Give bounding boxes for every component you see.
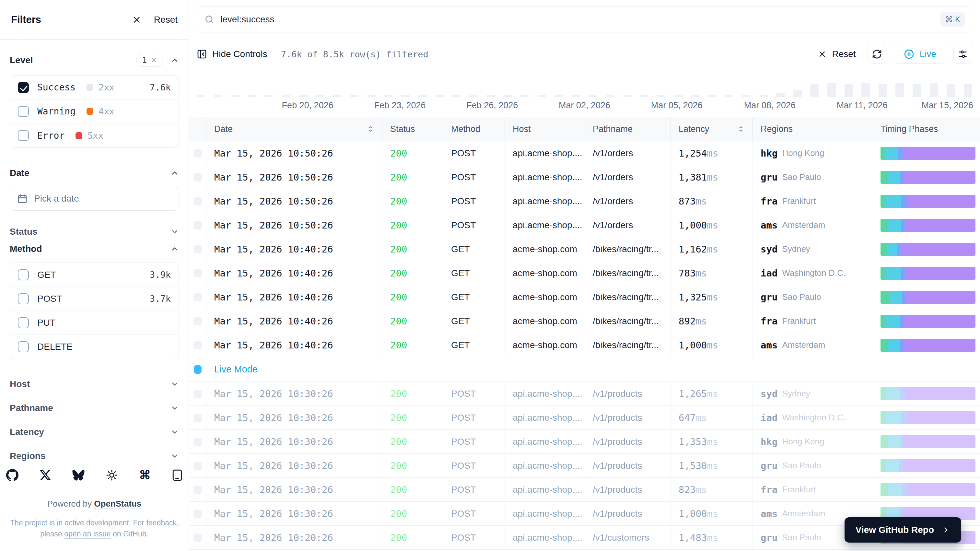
histogram-bar[interactable] xyxy=(896,83,904,97)
histogram-bar[interactable] xyxy=(299,95,307,97)
histogram-bar[interactable] xyxy=(384,95,393,97)
histogram-bar[interactable] xyxy=(759,95,768,97)
docs-icon[interactable] xyxy=(172,469,183,481)
row-checkbox[interactable] xyxy=(194,414,202,422)
histogram-bar[interactable] xyxy=(913,84,921,97)
table-row[interactable]: Mar 15, 2026 10:40:26200GETacme-shop.com… xyxy=(189,261,980,285)
delete-checkbox[interactable] xyxy=(18,341,29,352)
view-github-repo-button[interactable]: View GitHub Repo xyxy=(845,517,961,543)
table-row[interactable]: Mar 15, 2026 10:40:26200GETacme-shop.com… xyxy=(189,237,980,261)
histogram-bar[interactable] xyxy=(691,95,699,97)
pathname-section-header[interactable]: Pathname xyxy=(10,396,179,420)
column-header-regions[interactable]: Regions xyxy=(753,117,876,141)
live-mode-row[interactable]: Live Mode xyxy=(189,357,980,382)
histogram-bar[interactable] xyxy=(452,95,461,97)
histogram-bar[interactable] xyxy=(606,95,614,97)
host-section-header[interactable]: Host xyxy=(10,372,179,396)
histogram-bar[interactable] xyxy=(316,95,325,97)
row-checkbox[interactable] xyxy=(194,245,202,253)
histogram-bar[interactable] xyxy=(657,95,665,97)
level-option-error[interactable]: Error 5xx xyxy=(10,124,178,148)
histogram-bar[interactable] xyxy=(572,95,580,97)
filters-reset-button[interactable]: Reset xyxy=(154,14,178,25)
histogram-bar[interactable] xyxy=(520,95,529,97)
histogram-bar[interactable] xyxy=(265,95,273,97)
row-checkbox[interactable] xyxy=(194,197,202,205)
github-icon[interactable] xyxy=(6,469,19,481)
column-header-status[interactable]: Status xyxy=(382,117,443,141)
close-filters-icon[interactable] xyxy=(132,15,142,25)
histogram-bar[interactable] xyxy=(776,93,784,97)
histogram-bar[interactable] xyxy=(964,84,972,97)
row-checkbox[interactable] xyxy=(194,149,202,158)
row-checkbox[interactable] xyxy=(194,173,202,182)
histogram-bar[interactable] xyxy=(878,84,887,97)
row-checkbox[interactable] xyxy=(194,221,202,229)
method-option-post[interactable]: POST 3.7k xyxy=(10,287,178,311)
histogram-bar[interactable] xyxy=(214,95,222,97)
theme-sun-icon[interactable] xyxy=(106,469,118,481)
histogram-bar[interactable] xyxy=(367,95,375,97)
histogram-bar[interactable] xyxy=(674,95,682,97)
column-header-latency[interactable]: Latency xyxy=(671,117,753,141)
method-option-put[interactable]: PUT xyxy=(10,311,178,335)
hide-controls-button[interactable]: Hide Controls xyxy=(197,49,267,59)
error-checkbox[interactable] xyxy=(18,130,29,141)
latency-section-header[interactable]: Latency xyxy=(10,420,179,444)
row-checkbox[interactable] xyxy=(194,341,202,349)
date-picker-field[interactable]: Pick a date xyxy=(10,187,179,211)
view-settings-button[interactable] xyxy=(953,45,972,64)
column-header-timing[interactable]: Timing Phases xyxy=(876,117,980,141)
histogram-bar[interactable] xyxy=(435,95,444,97)
table-row[interactable]: Mar 15, 2026 10:30:26200POSTapi.acme-sho… xyxy=(189,430,980,454)
table-row[interactable]: Mar 15, 2026 10:50:26200POSTapi.acme-sho… xyxy=(189,165,980,189)
histogram-bar[interactable] xyxy=(947,84,955,97)
live-toggle-button[interactable]: Live xyxy=(895,45,945,64)
histogram-bar[interactable] xyxy=(708,95,716,97)
histogram-bar[interactable] xyxy=(282,95,290,97)
histogram-bar[interactable] xyxy=(640,95,648,97)
table-row[interactable]: Mar 15, 2026 10:40:26200GETacme-shop.com… xyxy=(189,333,980,357)
table-row[interactable]: Mar 15, 2026 10:40:26200GETacme-shop.com… xyxy=(189,309,980,333)
method-section-header[interactable]: Method xyxy=(10,244,179,254)
histogram-bar[interactable] xyxy=(504,95,512,97)
histogram-bar[interactable] xyxy=(589,95,597,97)
histogram-bar[interactable] xyxy=(333,95,342,97)
histogram-bar[interactable] xyxy=(350,95,358,97)
histogram-bar[interactable] xyxy=(793,90,802,97)
table-row[interactable]: Mar 15, 2026 10:30:26200POSTapi.acme-sho… xyxy=(189,454,980,478)
row-checkbox[interactable] xyxy=(194,438,202,446)
row-checkbox[interactable] xyxy=(194,533,202,542)
histogram-bar[interactable] xyxy=(845,84,853,97)
refresh-button[interactable] xyxy=(867,45,886,64)
row-checkbox[interactable] xyxy=(194,293,202,301)
table-row[interactable]: Mar 15, 2026 10:30:26200POSTapi.acme-sho… xyxy=(189,478,980,502)
histogram-bar[interactable] xyxy=(231,95,239,97)
warning-checkbox[interactable] xyxy=(18,106,29,117)
row-checkbox[interactable] xyxy=(194,486,202,494)
column-header-host[interactable]: Host xyxy=(505,117,585,141)
openstatus-link[interactable]: OpenStatus xyxy=(94,499,141,508)
table-row[interactable]: Mar 15, 2026 10:50:26200POSTapi.acme-sho… xyxy=(189,141,980,165)
reset-filters-button[interactable]: Reset xyxy=(818,49,856,59)
histogram-bar[interactable] xyxy=(861,83,870,97)
open-issue-link[interactable]: open an issue xyxy=(64,530,110,538)
method-option-get[interactable]: GET 3.9k xyxy=(10,263,178,287)
table-row[interactable]: Mar 15, 2026 10:30:26200POSTapi.acme-sho… xyxy=(189,382,980,406)
histogram-bar[interactable] xyxy=(469,95,478,97)
row-checkbox[interactable] xyxy=(194,269,202,277)
row-checkbox[interactable] xyxy=(194,390,202,398)
row-checkbox[interactable] xyxy=(194,462,202,470)
bluesky-icon[interactable] xyxy=(72,470,84,481)
table-row[interactable]: Mar 15, 2026 10:50:26200POSTapi.acme-sho… xyxy=(189,213,980,237)
method-option-delete[interactable]: DELETE xyxy=(10,335,178,359)
histogram-bar[interactable] xyxy=(248,95,256,97)
level-option-warning[interactable]: Warning 4xx xyxy=(10,99,178,124)
status-section-header[interactable]: Status xyxy=(10,220,179,244)
histogram-bar[interactable] xyxy=(401,95,410,97)
command-icon[interactable]: ⌘ xyxy=(139,468,151,482)
histogram-bar[interactable] xyxy=(197,95,205,97)
histogram-bar[interactable] xyxy=(538,95,546,97)
histogram-bar[interactable] xyxy=(418,95,427,97)
put-checkbox[interactable] xyxy=(18,317,29,328)
